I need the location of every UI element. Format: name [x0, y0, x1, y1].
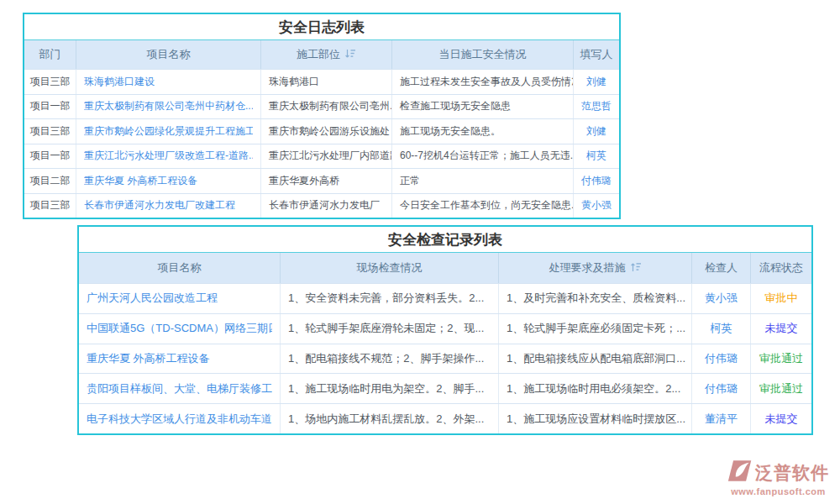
col-header-measures-label: 处理要求及措施 [549, 260, 626, 276]
dept-cell: 项目一部 [24, 95, 76, 119]
project-link[interactable]: 广州天河人民公园改造工程 [87, 291, 218, 306]
project-link[interactable]: 电子科技大学区域人行道及非机动车道工... [87, 412, 272, 427]
writer-link[interactable]: 范思哲 [581, 99, 612, 113]
status-badge[interactable]: 未提交 [765, 412, 798, 427]
project-link[interactable]: 珠海鹤港口建设 [84, 75, 155, 89]
location-cell: 重庆太极制药有限公司亳州... [260, 95, 391, 119]
inspection-cell: 1、安全资料未完善，部分资料丢失。2... [280, 284, 498, 313]
writer-link[interactable]: 付伟璐 [581, 174, 612, 188]
situation-cell: 施工现场无安全隐患。 [391, 119, 573, 144]
sort-ascending-icon[interactable] [630, 262, 642, 275]
inspection-cell: 1、场地内施工材料乱摆乱放。2、外架... [280, 404, 498, 433]
inspector-link[interactable]: 柯英 [711, 321, 732, 336]
table-row: 重庆华夏 外高桥工程设备 1、配电箱接线不规范；2、脚手架操作... 1、配电箱… [79, 344, 811, 374]
measures-cell: 1、轮式脚手架底座必须固定卡死；... [498, 314, 691, 344]
table-row: 项目一部 重庆江北污水处理厂级改造工程-道路... 重庆江北污水处理厂内部道路 … [24, 144, 619, 169]
safety-log-title: 安全日志列表 [24, 14, 619, 40]
table-row: 广州天河人民公园改造工程 1、安全资料未完善，部分资料丢失。2... 1、及时完… [79, 283, 811, 313]
writer-link[interactable]: 刘健 [586, 124, 606, 139]
project-link[interactable]: 重庆太极制药有限公司亳州中药材仓... [84, 99, 253, 113]
measures-cell: 1、施工现场应设置材料临时摆放区... [498, 404, 691, 433]
inspector-link[interactable]: 付伟璐 [705, 351, 738, 366]
sort-descending-icon[interactable] [344, 49, 356, 61]
project-link[interactable]: 中国联通5G（TD-SCDMA）网络三期四... [87, 321, 272, 336]
col-header-project: 项目名称 [76, 40, 260, 69]
status-badge[interactable]: 审批通过 [759, 381, 803, 396]
inspector-link[interactable]: 付伟璐 [705, 381, 738, 396]
col-header-situation: 当日施工安全情况 [391, 40, 573, 69]
project-link[interactable]: 重庆华夏 外高桥工程设备 [87, 351, 210, 366]
measures-cell: 1、施工现场临时用电必须架空。2... [498, 374, 691, 403]
col-header-location[interactable]: 施工部位 [260, 40, 391, 69]
col-header-inspector: 检查人 [691, 253, 750, 283]
fanpu-logo-icon [727, 459, 753, 486]
inspection-cell: 1、配电箱接线不规范；2、脚手架操作... [280, 344, 498, 374]
col-header-project: 项目名称 [79, 253, 280, 283]
project-link[interactable]: 长春市伊通河水力发电厂改建工程 [84, 198, 235, 213]
status-badge[interactable]: 审批中 [765, 291, 798, 306]
dept-cell: 项目三部 [24, 194, 76, 218]
col-header-writer: 填写人 [573, 40, 619, 69]
inspector-link[interactable]: 董清平 [705, 412, 738, 427]
writer-link[interactable]: 柯英 [586, 149, 606, 163]
table-row: 电子科技大学区域人行道及非机动车道工... 1、场地内施工材料乱摆乱放。2、外架… [79, 403, 811, 433]
status-badge[interactable]: 未提交 [765, 321, 798, 336]
location-cell: 重庆华夏外高桥 [260, 169, 391, 193]
table-row: 项目一部 重庆太极制药有限公司亳州中药材仓... 重庆太极制药有限公司亳州...… [24, 94, 619, 119]
project-link[interactable]: 重庆市鹅岭公园绿化景观提升工程施工 [84, 124, 253, 139]
location-cell: 珠海鹤港口 [260, 70, 391, 94]
vendor-watermark: 泛普软件 www.fanpusoft.com [727, 459, 829, 496]
location-cell: 重庆江北污水处理厂内部道路 [260, 144, 391, 169]
location-cell: 长春市伊通河水力发电厂 [260, 194, 391, 218]
dept-cell: 项目一部 [24, 144, 76, 169]
table-row: 项目二部 重庆华夏 外高桥工程设备 重庆华夏外高桥 正常 付伟璐 [24, 168, 619, 193]
project-link[interactable]: 重庆华夏 外高桥工程设备 [84, 174, 197, 188]
inspection-cell: 1、施工现场临时用电为架空。2、脚手... [280, 374, 498, 403]
inspection-cell: 1、轮式脚手架底座滑轮未固定；2、现... [280, 314, 498, 344]
dept-cell: 项目三部 [24, 119, 76, 144]
col-header-status: 流程状态 [750, 253, 811, 283]
vendor-brand-name: 泛普软件 [755, 461, 829, 485]
situation-cell: 施工过程未发生安全事故及人员受伤情况 [391, 70, 573, 94]
table-row: 贵阳项目样板间、大堂、电梯厅装修工程 1、施工现场临时用电为架空。2、脚手...… [79, 373, 811, 403]
project-link[interactable]: 重庆江北污水处理厂级改造工程-道路... [84, 149, 253, 163]
measures-cell: 1、及时完善和补充安全、质检资料... [498, 284, 691, 313]
inspector-link[interactable]: 黄小强 [705, 291, 738, 306]
status-badge[interactable]: 审批通过 [759, 351, 803, 366]
safety-log-header-row: 部门 项目名称 施工部位 当日施工安全情况 填写人 [24, 40, 619, 69]
table-row: 项目三部 长春市伊通河水力发电厂改建工程 长春市伊通河水力发电厂 今日安全工作基… [24, 193, 619, 218]
col-header-inspection: 现场检查情况 [280, 253, 498, 283]
col-header-dept: 部门 [24, 40, 76, 69]
location-cell: 重庆市鹅岭公园游乐设施处 [260, 119, 391, 144]
project-link[interactable]: 贵阳项目样板间、大堂、电梯厅装修工程 [87, 381, 272, 396]
situation-cell: 检查施工现场无安全隐患 [391, 95, 573, 119]
inspection-body: 广州天河人民公园改造工程 1、安全资料未完善，部分资料丢失。2... 1、及时完… [79, 283, 811, 433]
inspection-record-title: 安全检查记录列表 [79, 227, 811, 253]
table-row: 项目三部 珠海鹤港口建设 珠海鹤港口 施工过程未发生安全事故及人员受伤情况 刘健 [24, 69, 619, 94]
safety-log-body: 项目三部 珠海鹤港口建设 珠海鹤港口 施工过程未发生安全事故及人员受伤情况 刘健… [24, 69, 619, 218]
measures-cell: 1、配电箱接线应从配电箱底部洞口... [498, 344, 691, 374]
situation-cell: 60--7挖机4台运转正常；施工人员无违... [391, 144, 573, 169]
dept-cell: 项目二部 [24, 169, 76, 193]
situation-cell: 正常 [391, 169, 573, 193]
situation-cell: 今日安全工作基本到位，尚无安全隐患... [391, 194, 573, 218]
inspection-header-row: 项目名称 现场检查情况 处理要求及措施 检查人 流程状态 [79, 253, 811, 283]
table-row: 项目三部 重庆市鹅岭公园绿化景观提升工程施工 重庆市鹅岭公园游乐设施处 施工现场… [24, 118, 619, 144]
inspection-record-table: 安全检查记录列表 项目名称 现场检查情况 处理要求及措施 检查人 流程状态 广州… [77, 225, 813, 435]
col-header-location-label: 施工部位 [297, 47, 340, 62]
vendor-url: www.fanpusoft.com [731, 486, 826, 496]
writer-link[interactable]: 黄小强 [581, 198, 612, 213]
table-row: 中国联通5G（TD-SCDMA）网络三期四... 1、轮式脚手架底座滑轮未固定；… [79, 313, 811, 344]
writer-link[interactable]: 刘健 [586, 75, 606, 89]
dept-cell: 项目三部 [24, 70, 76, 94]
safety-log-table: 安全日志列表 部门 项目名称 施工部位 当日施工安全情况 填写人 项目三部 珠海… [23, 13, 621, 219]
col-header-measures[interactable]: 处理要求及措施 [498, 253, 691, 283]
